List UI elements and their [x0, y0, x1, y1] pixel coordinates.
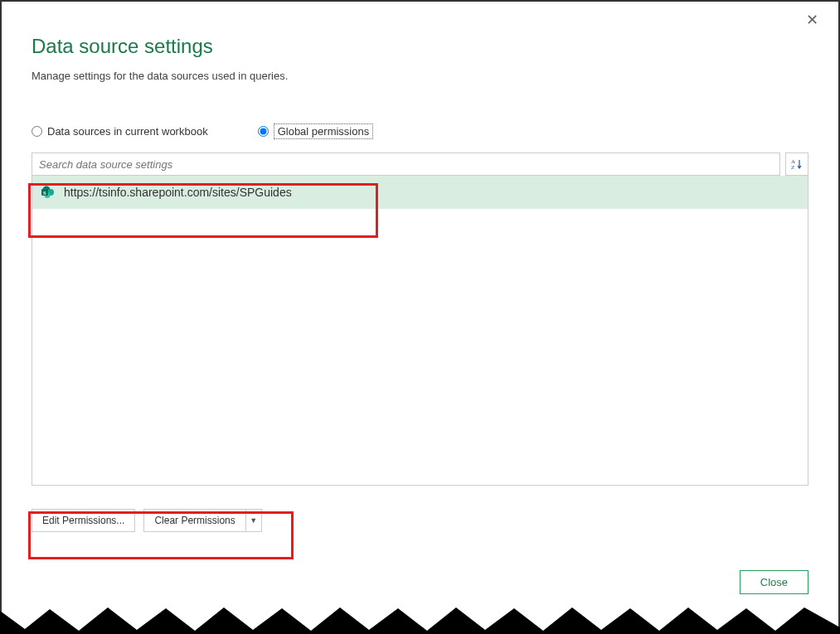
scope-radio-group: Data sources in current workbook Global …: [32, 123, 808, 139]
radio-global-permissions-input[interactable]: [258, 126, 269, 137]
dialog-subtitle: Manage settings for the data sources use…: [32, 70, 808, 82]
search-row: A Z: [32, 152, 808, 176]
radio-current-workbook[interactable]: Data sources in current workbook: [32, 125, 208, 138]
sort-az-icon: A Z: [790, 157, 804, 171]
clear-permissions-split-button: Clear Permissions ▼: [143, 509, 261, 532]
data-source-settings-dialog: ✕ Data source settings Manage settings f…: [0, 0, 840, 634]
radio-global-permissions[interactable]: Global permissions: [258, 123, 374, 139]
data-source-url: https://tsinfo.sharepoint.com/sites/SPGu…: [64, 186, 292, 199]
clear-permissions-button[interactable]: Clear Permissions: [143, 509, 245, 532]
radio-global-permissions-label: Global permissions: [274, 123, 374, 139]
edit-permissions-button[interactable]: Edit Permissions...: [32, 509, 135, 532]
dialog-title: Data source settings: [32, 35, 808, 58]
sort-button[interactable]: A Z: [785, 152, 808, 176]
svg-text:Z: Z: [791, 164, 794, 171]
svg-text:S: S: [43, 190, 46, 196]
sharepoint-icon: S: [41, 185, 56, 200]
clear-permissions-dropdown[interactable]: ▼: [245, 509, 262, 532]
data-source-list: S https://tsinfo.sharepoint.com/sites/SP…: [32, 176, 808, 486]
torn-edge-decoration: [0, 594, 840, 634]
radio-current-workbook-input[interactable]: [32, 126, 42, 137]
search-input[interactable]: [32, 152, 780, 176]
radio-current-workbook-label: Data sources in current workbook: [47, 125, 208, 138]
data-source-row[interactable]: S https://tsinfo.sharepoint.com/sites/SP…: [32, 176, 808, 209]
permission-buttons: Edit Permissions... Clear Permissions ▼: [32, 509, 808, 532]
close-icon[interactable]: ✕: [802, 10, 822, 30]
chevron-down-icon: ▼: [250, 516, 257, 525]
close-button[interactable]: Close: [740, 570, 808, 594]
